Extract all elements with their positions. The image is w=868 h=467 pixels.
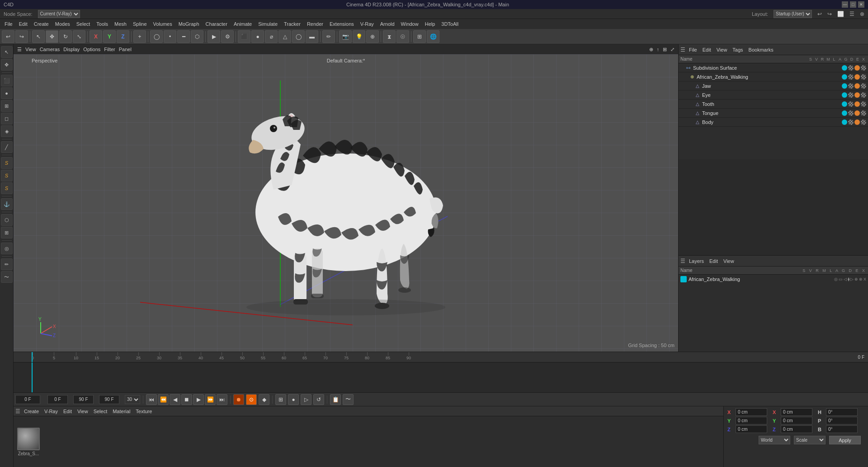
object-mode-btn[interactable]: ◯ (150, 30, 163, 43)
layers-menu-view[interactable]: View (722, 257, 736, 265)
camera-btn[interactable]: 📷 (339, 30, 352, 43)
timeline-playhead[interactable] (32, 352, 33, 362)
pos-x-input[interactable] (736, 408, 767, 416)
left-hook-btn[interactable]: ⚓ (1, 198, 13, 210)
null-btn[interactable]: ⊕ (366, 30, 379, 43)
menu-vray[interactable]: V-Ray (358, 20, 377, 28)
right-top-icon-view[interactable]: ⬜ (837, 11, 844, 17)
mat-menu-create[interactable]: Create (22, 408, 41, 415)
menu-window[interactable]: Window (398, 20, 421, 28)
menu-extensions[interactable]: Extensions (327, 20, 357, 28)
render-settings-btn[interactable]: ⚙ (221, 30, 234, 43)
undo-button[interactable]: ↩ (2, 30, 14, 43)
left-cube2-btn[interactable]: ◻ (1, 113, 13, 124)
menu-mograph[interactable]: MoGraph (176, 20, 202, 28)
obj-mgr-edit[interactable]: Edit (701, 46, 713, 53)
skip-to-end-btn[interactable]: ⏭ (217, 394, 227, 405)
left-s3-btn[interactable]: S (1, 182, 13, 194)
pen-btn[interactable]: ✏ (322, 30, 335, 43)
obj-mgr-view[interactable]: View (715, 46, 729, 53)
menu-spline[interactable]: Spline (130, 20, 150, 28)
left-hex-btn[interactable]: ⬡ (1, 214, 13, 226)
left-cube-btn[interactable]: ⬛ (1, 75, 13, 86)
z-axis-btn[interactable]: Z (117, 30, 129, 43)
cone-btn[interactable]: △ (278, 30, 291, 43)
end-frame-input[interactable] (73, 395, 94, 404)
obj-mgr-tags[interactable]: Tags (731, 46, 745, 53)
viewport[interactable]: ☰ View Cameras Display Options Filter Pa… (14, 44, 678, 352)
motion-play-btn[interactable]: ▷ (301, 394, 311, 405)
obj-row-jaw[interactable]: △ Jaw (679, 81, 868, 91)
menu-simulate[interactable]: Simulate (255, 20, 280, 28)
play-reverse-btn[interactable]: ◀ (170, 394, 180, 405)
left-subdiv-btn[interactable]: ◈ (1, 125, 13, 137)
timeline-track[interactable] (14, 362, 868, 392)
minimize-button[interactable]: — (842, 1, 848, 8)
left-ring-btn[interactable]: ◎ (1, 243, 13, 254)
motion-clip-btn[interactable]: ⊞ (275, 394, 286, 405)
cube-btn[interactable]: ⬛ (238, 30, 250, 43)
menu-edit[interactable]: Edit (16, 20, 30, 28)
move-button[interactable]: ✥ (46, 30, 58, 43)
scale-h-input[interactable] (826, 408, 858, 416)
keyframe-btn[interactable]: ◆ (259, 394, 269, 405)
menu-3dtoall[interactable]: 3DToAll (439, 20, 461, 28)
vp-menu-cameras[interactable]: Cameras (40, 47, 60, 52)
curve-editor-btn[interactable]: 〜 (343, 394, 354, 405)
x-axis-btn[interactable]: X (90, 30, 102, 43)
rot-z-input[interactable] (781, 425, 812, 433)
current-frame-input[interactable] (15, 395, 40, 404)
select-button[interactable]: ↖ (32, 30, 45, 43)
vp-menu-filter[interactable]: Filter (104, 47, 115, 52)
menu-character[interactable]: Character (203, 20, 230, 28)
layout-select[interactable]: Startup (User) (774, 10, 812, 18)
obj-mgr-bookmarks[interactable]: Bookmarks (747, 46, 775, 53)
rotate-button[interactable]: ↻ (59, 30, 72, 43)
left-paint-btn[interactable]: ✏ (1, 258, 13, 270)
mat-menu-edit[interactable]: Edit (61, 408, 74, 415)
left-select-btn[interactable]: ↖ (1, 46, 13, 58)
layer-row-zebra[interactable]: African_Zebra_Walking ◎ ▭ ◁ ⧫ ▷ ⊕ ⊗ X (679, 275, 868, 284)
right-top-icon-undo[interactable]: ↩ (817, 11, 822, 17)
obj-mgr-hamburger[interactable]: ☰ (680, 47, 685, 53)
poly-mode-btn[interactable]: ⬡ (191, 30, 203, 43)
mat-menu-vray[interactable]: V-Ray (42, 408, 60, 415)
obj-row-subdiv[interactable]: ⧟ Subdivision Surface (679, 63, 868, 72)
menu-animate[interactable]: Animate (231, 20, 255, 28)
record-btn[interactable]: ⏺ (233, 394, 244, 405)
world-btn[interactable]: 🌐 (427, 30, 439, 43)
rot-x-input[interactable] (781, 408, 812, 416)
cylinder-btn[interactable]: ⌀ (265, 30, 278, 43)
left-checker-btn[interactable]: ⊞ (1, 100, 13, 112)
left-smooth-btn[interactable]: 〜 (1, 271, 13, 283)
maximize-button[interactable]: □ (850, 1, 856, 8)
rot-y-input[interactable] (781, 417, 812, 424)
vp-menu-display[interactable]: Display (63, 47, 80, 52)
mat-hamburger[interactable]: ☰ (15, 408, 20, 415)
new-button[interactable]: + (133, 30, 146, 43)
start-frame-input[interactable] (47, 395, 68, 404)
right-top-icon-close[interactable]: ⊗ (860, 11, 864, 17)
redo-button[interactable]: ↪ (15, 30, 28, 43)
obj-row-tongue[interactable]: △ Tongue (679, 109, 868, 118)
vp-menu-hamburger[interactable]: ☰ (17, 47, 22, 52)
obj-row-zebra-root[interactable]: ⊕ African_Zebra_Walking (679, 72, 868, 81)
menu-arnold[interactable]: Arnold (377, 20, 397, 28)
scale-button[interactable]: ⤡ (73, 30, 85, 43)
vp-menu-options[interactable]: Options (83, 47, 100, 52)
vp-menu-panel[interactable]: Panel (119, 47, 132, 52)
mat-menu-select[interactable]: Select (92, 408, 109, 415)
light-btn[interactable]: 💡 (353, 30, 365, 43)
sphere-btn[interactable]: ● (251, 30, 264, 43)
right-top-icon-redo[interactable]: ↪ (827, 11, 832, 17)
menu-tracker[interactable]: Tracker (281, 20, 303, 28)
menu-render[interactable]: Render (304, 20, 326, 28)
vp-icon-2[interactable]: ↑ (657, 47, 660, 52)
deform-btn[interactable]: ⧗ (383, 30, 396, 43)
layers-menu-edit[interactable]: Edit (708, 257, 720, 265)
edge-mode-btn[interactable]: ━ (177, 30, 190, 43)
next-keyframe-btn[interactable]: ⏩ (205, 394, 216, 405)
left-s-btn[interactable]: S (1, 157, 13, 169)
right-top-icon-menu[interactable]: ☰ (849, 11, 854, 17)
scale-dropdown[interactable]: Scale (794, 436, 826, 444)
